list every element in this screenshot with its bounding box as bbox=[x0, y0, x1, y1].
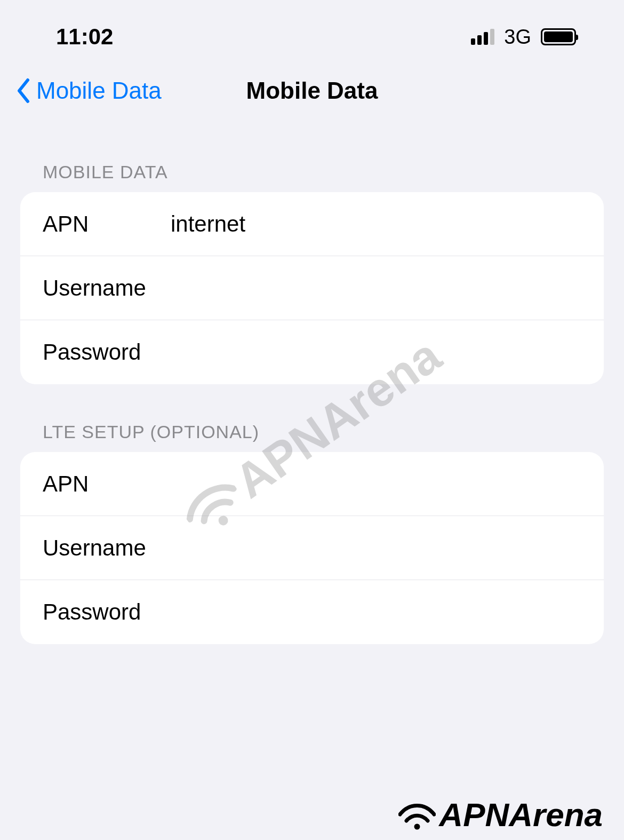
mobile-data-card: APN Username Password bbox=[20, 192, 604, 384]
mobile-data-section: MOBILE DATA APN Username Password bbox=[0, 162, 624, 384]
lte-username-input[interactable] bbox=[171, 535, 581, 561]
svg-point-1 bbox=[414, 824, 420, 830]
password-row[interactable]: Password bbox=[20, 320, 604, 384]
cellular-signal-icon bbox=[471, 29, 494, 45]
lte-setup-card: APN Username Password bbox=[20, 452, 604, 644]
lte-apn-input[interactable] bbox=[171, 471, 581, 497]
lte-setup-section: LTE SETUP (OPTIONAL) APN Username Passwo… bbox=[0, 422, 624, 644]
mobile-data-header: MOBILE DATA bbox=[20, 162, 604, 192]
network-type-label: 3G bbox=[504, 26, 531, 49]
lte-apn-label: APN bbox=[43, 471, 171, 497]
status-bar: 11:02 3G bbox=[0, 0, 624, 66]
battery-icon bbox=[541, 28, 576, 45]
password-label: Password bbox=[43, 339, 171, 365]
back-button[interactable]: Mobile Data bbox=[16, 77, 162, 104]
password-input[interactable] bbox=[171, 339, 581, 365]
lte-username-label: Username bbox=[43, 535, 171, 561]
chevron-left-icon bbox=[16, 78, 31, 104]
apn-row[interactable]: APN bbox=[20, 192, 604, 256]
lte-password-row[interactable]: Password bbox=[20, 580, 604, 644]
watermark-bottom: APNArena bbox=[398, 796, 603, 834]
username-row[interactable]: Username bbox=[20, 256, 604, 320]
username-input[interactable] bbox=[171, 275, 581, 301]
watermark-text: APNArena bbox=[439, 796, 603, 834]
apn-input[interactable] bbox=[171, 211, 581, 237]
back-label: Mobile Data bbox=[36, 77, 162, 104]
navigation-bar: Mobile Data Mobile Data bbox=[0, 66, 624, 120]
status-indicators: 3G bbox=[471, 26, 576, 49]
username-label: Username bbox=[43, 275, 171, 301]
lte-password-input[interactable] bbox=[171, 599, 581, 625]
lte-setup-header: LTE SETUP (OPTIONAL) bbox=[20, 422, 604, 452]
lte-password-label: Password bbox=[43, 599, 171, 625]
status-time: 11:02 bbox=[56, 24, 113, 50]
apn-label: APN bbox=[43, 211, 171, 237]
lte-apn-row[interactable]: APN bbox=[20, 452, 604, 516]
page-title: Mobile Data bbox=[246, 77, 378, 104]
wifi-icon bbox=[398, 800, 436, 829]
lte-username-row[interactable]: Username bbox=[20, 516, 604, 580]
